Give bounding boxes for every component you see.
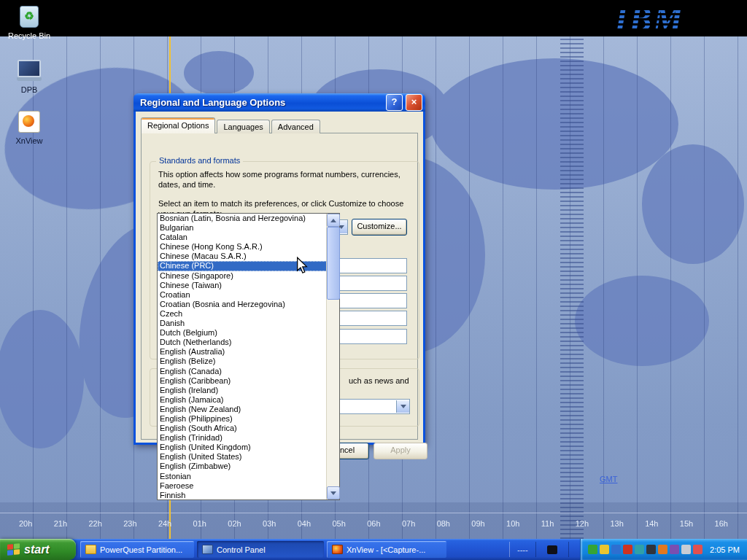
timezone-hour-label: 16h [715,519,728,528]
language-option[interactable]: English (United Kingdom) [158,443,327,452]
taskbar-clock[interactable]: 2:05 PM [710,545,740,554]
taskbar-window-control-panel[interactable]: Control Panel [197,541,324,558]
language-option[interactable]: English (Philippines) [158,414,327,424]
timezone-hour-label: 10h [506,519,519,528]
windows-flag-icon [7,543,20,556]
scheduler-icon[interactable] [658,545,667,554]
timezone-hour-label: 06h [367,519,380,528]
language-option[interactable]: Faeroese [158,481,327,491]
taskbar-toolbar-segment-2[interactable] [536,542,569,557]
language-option[interactable]: Bulgarian [158,223,327,233]
chevron-down-icon [400,405,406,408]
antivirus-icon[interactable] [670,545,679,554]
timezone-hour-label: 22h [88,519,101,528]
display-settings-icon[interactable] [635,545,644,554]
close-button[interactable]: × [406,94,422,111]
scrollbar-thumb[interactable] [327,227,340,300]
timezone-hour-label: 04h [298,519,311,528]
combobox-dropdown-button[interactable] [396,400,409,413]
language-option[interactable]: English (Trinidad) [158,433,327,443]
language-option[interactable]: Finnish [158,491,327,499]
tab-advanced[interactable]: Advanced [271,120,320,133]
language-option[interactable]: English (Ireland) [158,386,327,395]
language-option[interactable]: Bosnian (Latin, Bosnia and Herzegovina) [158,214,327,223]
language-option[interactable]: Dutch (Belgium) [158,328,327,338]
volume-icon[interactable] [623,545,632,554]
windows-update-icon[interactable] [611,545,621,554]
language-option[interactable]: Catalan [158,233,327,242]
desktop-icon-recycle-bin[interactable]: ♻ Recycle Bin [3,4,55,40]
taskbar: start PowerQuest Partition... Control Pa… [0,539,747,560]
language-option[interactable]: English (Belize) [158,357,327,366]
recycle-bin-icon: ♻ [20,6,39,28]
mouse-cursor [295,257,309,277]
apply-button[interactable]: Apply [374,443,427,459]
toolbar-icon [547,545,557,554]
folder-icon [85,545,96,554]
language-option[interactable]: English (Zimbabwe) [158,462,327,471]
language-option[interactable]: Croatian (Bosnia and Herzegovina) [158,300,327,309]
language-option[interactable]: Estonian [158,472,327,481]
network-status-icon[interactable] [646,545,656,554]
language-option[interactable]: English (Caribbean) [158,376,327,386]
tab-languages[interactable]: Languages [217,120,269,133]
chevron-down-icon [330,491,336,495]
language-option[interactable]: Danish [158,319,327,328]
system-tray: 2:05 PM [580,539,747,560]
chevron-up-icon [330,219,336,222]
timezone-hour-label: 09h [471,519,484,528]
screen: GMT 20h21h22h23h24h01h02h03h04h05h06h07h… [0,0,747,560]
language-option[interactable]: English (Canada) [158,367,327,376]
desktop-icon-xnview[interactable]: XnView [3,111,55,145]
timezone-hour-label: 20h [19,519,32,528]
timescale-rule [0,513,747,513]
desktop-icon-dpb[interactable]: DPB [3,60,55,94]
help-button[interactable]: ? [386,94,403,111]
taskbar-window-xnview[interactable]: XnView - [<Capture-... [327,541,446,558]
desktop-icon-label: DPB [3,85,55,94]
timezone-hour-label: 05h [332,519,345,528]
language-option[interactable]: Czech [158,309,327,319]
timezone-hour-label: 15h [680,519,693,528]
language-option[interactable]: English (United States) [158,452,327,462]
timezone-hour-label: 01h [193,519,206,528]
language-option[interactable]: English (Jamaica) [158,395,327,405]
scroll-up-button[interactable] [327,214,340,227]
language-option[interactable]: English (New Zealand) [158,405,327,414]
start-button[interactable]: start [0,539,76,560]
laptop-icon [17,60,42,83]
timezone-hour-label: 08h [437,519,450,528]
language-option[interactable]: Chinese (Hong Kong S.A.R.) [158,242,327,252]
timezone-hour-label: 14h [645,519,658,528]
language-option[interactable]: Dutch (Netherlands) [158,338,327,347]
standards-description: This option affects how some programs fo… [158,169,412,190]
safety-status-icon[interactable] [588,545,597,554]
customize-button[interactable]: Customize... [352,219,407,236]
language-option[interactable]: English (South Africa) [158,424,327,433]
group-label: Standards and formats [156,156,243,165]
desktop-icon-label: XnView [3,136,55,145]
xnview-icon [18,111,40,133]
taskbar-window-powerquest[interactable]: PowerQuest Partition... [80,541,194,558]
timezone-scale: 20h21h22h23h24h01h02h03h04h05h06h07h08h0… [19,519,728,528]
dialog-title: Regional and Language Options [133,97,386,108]
tab-strip: Regional Options Languages Advanced [141,117,322,133]
dateline-hatch-band [560,36,584,539]
taskbar-toolbar-segment[interactable]: ---- [509,542,536,557]
language-bar-icon[interactable] [681,545,691,554]
language-dropdown-list[interactable]: Bosnian (Latin, Bosnia and Herzegovina)B… [157,213,340,500]
scroll-down-button[interactable] [327,486,340,499]
tab-regional-options[interactable]: Regional Options [141,117,215,133]
language-option[interactable]: Croatian [158,290,327,300]
security-alert-icon[interactable] [600,545,609,554]
desktop-icon-label: Recycle Bin [3,31,55,40]
scrollbar[interactable] [326,214,339,499]
control-panel-icon [202,545,213,554]
timezone-hour-label: 12h [576,519,589,528]
timezone-hour-label: 23h [123,519,136,528]
language-option[interactable]: Chinese (Taiwan) [158,281,327,290]
dialog-titlebar[interactable]: Regional and Language Options ? × [133,93,425,112]
removable-device-icon[interactable] [693,545,703,554]
language-option[interactable]: English (Australia) [158,347,327,357]
timezone-hour-label: 02h [228,519,241,528]
